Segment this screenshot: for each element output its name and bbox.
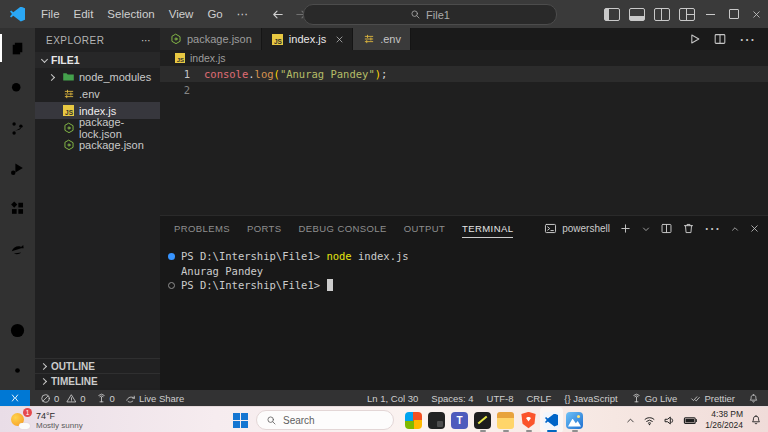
maximize-panel-button[interactable] bbox=[730, 224, 740, 234]
kill-terminal-button[interactable] bbox=[682, 222, 695, 235]
code-line-1[interactable]: 1console.log("Anurag Pandey"); bbox=[160, 66, 768, 82]
app-icon-brave[interactable] bbox=[517, 407, 540, 432]
tab-index.js[interactable]: JSindex.js bbox=[262, 28, 353, 50]
app-icon-photos[interactable] bbox=[563, 407, 586, 432]
split-layout-button[interactable] bbox=[649, 0, 674, 28]
remote-indicator[interactable] bbox=[0, 390, 30, 406]
maximize-button[interactable] bbox=[722, 0, 745, 28]
panel-tab-ports[interactable]: PORTS bbox=[247, 216, 282, 241]
folder-root-file1[interactable]: FILE1 bbox=[35, 52, 160, 68]
menu-go[interactable]: Go bbox=[200, 8, 229, 20]
app-icon-teams[interactable]: T bbox=[448, 407, 471, 432]
file-label: package.json bbox=[79, 139, 144, 151]
tab-package.json[interactable]: package.json bbox=[160, 28, 262, 50]
menu-view[interactable]: View bbox=[162, 8, 201, 20]
powershell-terminal-icon bbox=[544, 222, 557, 235]
notification-center-bell-icon[interactable] bbox=[750, 414, 762, 426]
panel-tab-debug-console[interactable]: DEBUG CONSOLE bbox=[299, 216, 387, 241]
breadcrumb[interactable]: JS index.js bbox=[160, 50, 768, 66]
app-icon-dark-app[interactable] bbox=[425, 407, 448, 432]
weather-widget[interactable]: 1 74°F Mostly sunny bbox=[0, 410, 83, 430]
tab-.env[interactable]: .env bbox=[353, 28, 411, 50]
command-center-search[interactable]: File1 bbox=[303, 4, 557, 25]
wifi-icon[interactable] bbox=[643, 414, 656, 427]
taskbar-search-label: Search bbox=[283, 415, 315, 426]
close-tab-icon[interactable] bbox=[335, 35, 343, 43]
radio-tower-icon bbox=[96, 393, 107, 404]
activity-live-share-icon[interactable] bbox=[0, 228, 35, 268]
env-icon bbox=[362, 33, 375, 46]
problems-status[interactable]: 0 0 bbox=[40, 393, 86, 404]
command-decoration[interactable] bbox=[168, 282, 175, 289]
line-number: 1 bbox=[160, 68, 190, 80]
tree-item-package.json[interactable]: package.json bbox=[35, 136, 160, 153]
outline-section[interactable]: OUTLINE bbox=[35, 358, 160, 373]
battery-icon[interactable] bbox=[683, 413, 698, 428]
go-live-status[interactable]: Go Live bbox=[631, 393, 678, 404]
start-button[interactable] bbox=[233, 413, 248, 428]
panel-tab-problems[interactable]: PROBLEMS bbox=[174, 216, 230, 241]
weather-condition: Mostly sunny bbox=[36, 421, 83, 430]
close-window-button[interactable] bbox=[745, 0, 768, 28]
eol-status[interactable]: CRLF bbox=[526, 393, 551, 404]
timeline-section[interactable]: TIMELINE bbox=[35, 373, 160, 388]
toggle-panel-button[interactable] bbox=[624, 0, 649, 28]
terminal-output[interactable]: PS D:\Intership\File1> node index.jsAnur… bbox=[160, 241, 768, 293]
js-icon: JS bbox=[271, 33, 284, 46]
taskbar-clock[interactable]: 4:38 PM 1/26/2024 bbox=[705, 409, 743, 430]
indentation-status[interactable]: Spaces: 4 bbox=[431, 393, 473, 404]
activity-source-control-icon[interactable] bbox=[0, 108, 35, 148]
back-button[interactable] bbox=[270, 7, 286, 22]
activity-settings-gear-icon[interactable] bbox=[0, 350, 35, 390]
activity-search-icon[interactable] bbox=[0, 68, 35, 108]
app-icon-notepad[interactable] bbox=[471, 407, 494, 432]
new-terminal-button[interactable] bbox=[619, 222, 632, 235]
menu-edit[interactable]: Edit bbox=[67, 8, 101, 20]
minimize-button[interactable] bbox=[699, 0, 722, 28]
tree-item-.env[interactable]: .env bbox=[35, 85, 160, 102]
tree-item-package-lock.json[interactable]: package-lock.json bbox=[35, 119, 160, 136]
app-icon-file-explorer[interactable] bbox=[494, 407, 517, 432]
activity-bar bbox=[0, 28, 35, 390]
date-label: 1/26/2024 bbox=[705, 420, 743, 431]
notifications-bell-icon[interactable] bbox=[748, 393, 759, 404]
activity-extensions-icon[interactable] bbox=[0, 188, 35, 228]
taskbar-search[interactable]: Search bbox=[256, 410, 394, 430]
toggle-sidebar-button[interactable] bbox=[599, 0, 624, 28]
app-icon-vscode[interactable] bbox=[540, 407, 563, 432]
cursor-position-status[interactable]: Ln 1, Col 30 bbox=[367, 393, 418, 404]
panel-tab-output[interactable]: OUTPUT bbox=[404, 216, 445, 241]
file-explorer-icon bbox=[497, 412, 514, 429]
live-share-status[interactable]: Live Share bbox=[125, 393, 184, 404]
encoding-status[interactable]: UTF-8 bbox=[487, 393, 514, 404]
split-editor-button[interactable] bbox=[713, 32, 727, 46]
explorer-more-button[interactable]: ⋯ bbox=[141, 35, 152, 46]
customize-layout-button[interactable] bbox=[674, 0, 699, 28]
split-terminal-button[interactable] bbox=[660, 222, 673, 235]
panel-more-button[interactable]: ⋯ bbox=[704, 219, 721, 238]
app-icon-store[interactable] bbox=[402, 407, 425, 432]
code-editor[interactable]: 1console.log("Anurag Pandey");2 bbox=[160, 66, 768, 98]
command-decoration[interactable] bbox=[168, 253, 175, 260]
activity-account-icon[interactable] bbox=[0, 310, 35, 350]
terminal-shell-item[interactable]: powershell bbox=[544, 222, 610, 235]
speaker-icon[interactable] bbox=[663, 414, 676, 427]
editor-more-button[interactable]: ⋯ bbox=[739, 30, 756, 49]
terminal-line-1: PS D:\Intership\File1> node index.js bbox=[168, 249, 768, 264]
terminal-dropdown-chevron[interactable] bbox=[641, 224, 651, 234]
language-mode-status[interactable]: {} JavaScript bbox=[564, 393, 617, 404]
run-button[interactable] bbox=[687, 32, 701, 46]
menu-selection[interactable]: Selection bbox=[100, 8, 161, 20]
tray-chevron-up-icon[interactable] bbox=[625, 415, 636, 426]
code-line-2[interactable]: 2 bbox=[160, 82, 768, 98]
prettier-status[interactable]: Prettier bbox=[690, 393, 735, 404]
activity-files-icon[interactable] bbox=[0, 28, 35, 68]
tree-item-node_modules[interactable]: node_modules bbox=[35, 68, 160, 85]
close-panel-button[interactable] bbox=[749, 223, 760, 234]
panel-tab-terminal[interactable]: TERMINAL bbox=[462, 216, 513, 241]
ports-status[interactable]: 0 bbox=[96, 393, 115, 404]
activity-run-debug-icon[interactable] bbox=[0, 148, 35, 188]
menu-file[interactable]: File bbox=[34, 8, 67, 20]
weather-sun-icon: 1 bbox=[10, 410, 30, 430]
menubar-more-button[interactable]: ⋯ bbox=[230, 7, 257, 21]
